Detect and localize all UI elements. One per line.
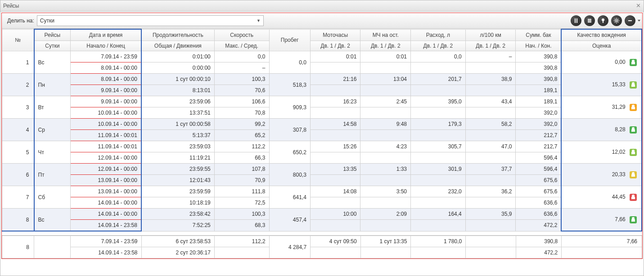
quality-badge-icon	[630, 126, 637, 134]
row-mileage: 641,4	[270, 193, 310, 202]
row-engine-stop: 1:33	[360, 165, 410, 174]
svg-rect-1	[576, 18, 577, 23]
table-row[interactable]: 3Вт9.09.14 - 00:0023:59:06106,6909,316:2…	[2, 96, 642, 107]
row-fuel: 301,9	[411, 165, 465, 174]
summary-count: 8	[2, 243, 34, 252]
quality-badge-icon	[630, 104, 637, 111]
row-quality: 44,45	[562, 192, 641, 202]
table-row[interactable]: 9.09.14 - 00:008:13:0170,6189,1	[2, 85, 642, 96]
col-trips-sub[interactable]: Сутки	[34, 41, 71, 51]
col-fuel-sub[interactable]: Дв. 1 / Дв. 2	[411, 41, 466, 51]
row-tank-start: 596,4	[516, 165, 561, 174]
row-speed-avg: 70,8	[215, 108, 269, 117]
chevron-down-icon: ▼	[257, 18, 261, 23]
table-row[interactable]: 5Чт11.09.14 - 00:0123:59:03112,2650,215:…	[2, 141, 642, 152]
col-dur[interactable]: Продолжительность	[141, 29, 214, 41]
row-tank-end: 636,6	[516, 198, 561, 207]
row-l100: 35,9	[466, 209, 516, 218]
col-engine[interactable]: Моточасы	[310, 29, 360, 41]
col-quality[interactable]: Качество вождения	[561, 29, 642, 41]
row-speed-max: 100,3	[215, 75, 269, 84]
row-tank-start: 390,8	[516, 75, 561, 84]
summary-tank-start: 390,8	[516, 237, 561, 246]
table-row[interactable]: 1Вс7.09.14 - 23:590:01:000,00,00:010:010…	[2, 51, 642, 62]
col-tank[interactable]: Сумм. бак	[516, 29, 561, 41]
row-tank-start: 212,7	[516, 142, 561, 151]
row-dur-moving: 11:19:21	[142, 153, 214, 162]
split-select[interactable]: Сутки ▼	[37, 15, 264, 26]
row-num: 6	[2, 170, 34, 179]
svg-point-7	[616, 20, 617, 22]
row-num: 2	[2, 80, 34, 89]
summary-dur-moving: 2 сут 20:36:17	[142, 248, 214, 257]
col-mileage[interactable]: Пробег	[269, 29, 310, 51]
row-dur-total: 23:59:59	[142, 187, 214, 196]
col-fuel[interactable]: Расход, л	[411, 29, 466, 41]
close-icon[interactable]: ✕	[636, 0, 641, 11]
header-row-1: № Рейсы Дата и время Продолжительность С…	[2, 29, 642, 41]
row-date-end: 10.09.14 - 00:00	[71, 108, 141, 117]
svg-rect-8	[628, 20, 632, 21]
row-speed-max: 111,8	[215, 187, 269, 196]
table-row[interactable]: 11.09.14 - 00:015:13:3765,2212,7	[2, 130, 642, 141]
table-row[interactable]: 14.09.14 - 00:0010:18:1972,5636,6	[2, 197, 642, 209]
col-date-sub[interactable]: Начало / Конец	[71, 41, 141, 51]
row-day: Пт	[35, 170, 71, 179]
toolbar-button-minus[interactable]	[623, 15, 640, 26]
table-row[interactable]: 13.09.14 - 00:0012:01:4370,9675,6	[2, 175, 642, 186]
row-date-start: 13.09.14 - 00:00	[71, 187, 141, 196]
summary-engine-stop: 1 сут 13:35	[361, 237, 411, 246]
col-speed[interactable]: Скорость	[214, 29, 269, 41]
row-date-start: 14.09.14 - 00:00	[71, 209, 141, 218]
table-row[interactable]: 10.09.14 - 00:0013:37:5170,8392,0	[2, 107, 642, 119]
gear-icon[interactable]	[611, 15, 622, 26]
row-engine: 0:01	[311, 52, 360, 61]
row-dur-total: 23:59:06	[142, 97, 214, 106]
pin-icon[interactable]	[598, 15, 608, 26]
row-engine: 13:35	[311, 165, 360, 174]
col-l100-sub[interactable]: Дв. 1 / Дв. 2	[465, 41, 516, 51]
table-row[interactable]: 8.09.14 - 00:000:00:00–390,8	[2, 62, 642, 74]
chevron-down-icon	[638, 20, 640, 22]
col-quality-sub[interactable]: Оценка	[561, 41, 642, 51]
row-dur-moving: 10:18:19	[142, 198, 214, 207]
row-engine-stop: 3:50	[360, 187, 410, 196]
toolbar-button-1[interactable]	[571, 15, 581, 26]
row-engine: 15:26	[311, 142, 360, 151]
toolbar-button-2[interactable]	[584, 15, 595, 26]
row-speed-max: 0,0	[215, 52, 269, 61]
row-dur-total: 23:59:55	[142, 165, 214, 174]
table-row[interactable]: 2Пн8.09.14 - 00:001 сут 00:00:10100,3518…	[2, 74, 642, 85]
table-row[interactable]: 7Сб13.09.14 - 00:0023:59:59111,8641,414:…	[2, 186, 642, 197]
row-fuel: 395,0	[411, 97, 465, 106]
table-row[interactable]: 12.09.14 - 00:0011:19:2166,3596,4	[2, 152, 642, 164]
col-speed-sub[interactable]: Макс. / Сред.	[214, 41, 269, 51]
row-mileage: 650,2	[270, 148, 310, 157]
content-frame: Делить на: Сутки ▼ №	[1, 13, 643, 259]
col-engine-stop-sub[interactable]: Дв. 1 / Дв. 2	[360, 41, 411, 51]
row-date-start: 7.09.14 - 23:59	[71, 52, 141, 61]
row-speed-avg: 65,2	[215, 131, 269, 140]
col-engine-sub[interactable]: Дв. 1 / Дв. 2	[310, 41, 360, 51]
col-trips[interactable]: Рейсы	[34, 29, 71, 41]
row-speed-max: 100,3	[215, 209, 269, 218]
table-row[interactable]: 6Пт12.09.14 - 00:0023:59:55107,8800,313:…	[2, 164, 642, 175]
summary-date-start: 7.09.14 - 23:59	[71, 237, 141, 246]
row-engine-stop: 4:23	[360, 142, 410, 151]
col-l100[interactable]: л/100 км	[465, 29, 516, 41]
table-row[interactable]: 14.09.14 - 23:587:52:2568,3472,2	[2, 220, 642, 231]
summary-engine: 4 сут 09:50	[311, 237, 360, 246]
row-speed-max: 99,2	[215, 120, 269, 129]
col-dur-sub[interactable]: Общая / Движения	[141, 41, 214, 51]
col-date[interactable]: Дата и время	[71, 29, 141, 41]
col-engine-stop[interactable]: МЧ на ост.	[360, 29, 411, 41]
quality-badge-icon	[630, 194, 637, 201]
col-tank-sub[interactable]: Нач. / Кон.	[516, 41, 561, 51]
table-row[interactable]: 4Ср10.09.14 - 00:001 сут 00:00:5899,2307…	[2, 119, 642, 130]
row-engine: 21:16	[311, 75, 360, 84]
table-row[interactable]: 8Вс14.09.14 - 00:0023:58:42100,3457,410:…	[2, 209, 642, 220]
row-dur-total: 23:59:03	[142, 142, 214, 151]
row-date-end: 12.09.14 - 00:00	[71, 153, 141, 162]
summary-mileage: 4 284,7	[270, 243, 310, 252]
col-num[interactable]: №	[2, 29, 34, 51]
